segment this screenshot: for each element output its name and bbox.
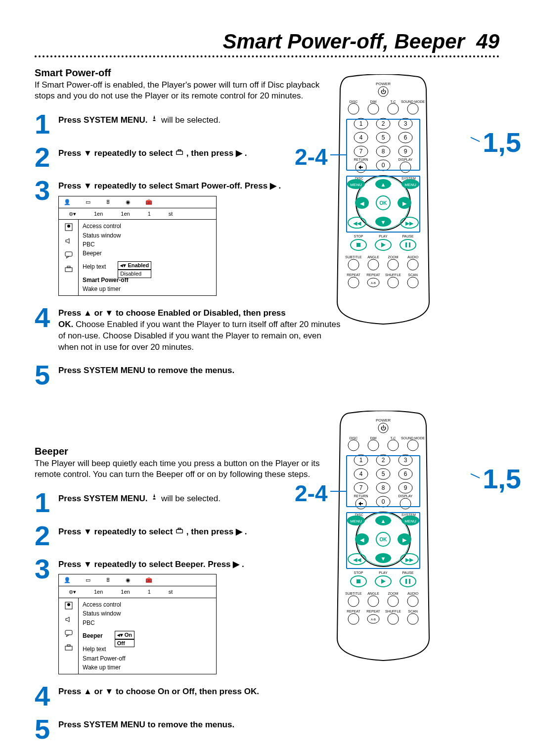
arrow-down-icon: ▼ [105, 308, 113, 318]
arrow-right-icon: ▶ [270, 181, 276, 190]
svg-text:SUBTITLE: SUBTITLE [345, 255, 362, 259]
svg-text:⏻: ⏻ [381, 89, 386, 94]
step-4: 4 Press ▲ or ▼ to choose On or Off, then… [35, 683, 341, 708]
step-text: Press ▼ repeatedly to select Smart Power… [58, 178, 281, 296]
list-item: PBC [82, 618, 213, 627]
svg-text:⏻: ⏻ [381, 425, 386, 431]
step-number: 2 [35, 146, 58, 169]
step-5: 5 Press SYSTEM MENU to remove the menus. [35, 716, 341, 741]
option-enabled: ◂▾ Enabled [118, 261, 151, 270]
svg-text:PLAY: PLAY [379, 235, 388, 238]
tuner-icon: 🎚 [105, 198, 111, 206]
callout-box-2-4 [346, 455, 420, 507]
option-off: Off [115, 639, 134, 648]
toolbox-icon [64, 643, 73, 652]
arrow-up-icon: ▲ [84, 687, 92, 696]
svg-rect-6 [67, 266, 70, 268]
step-5: 5 Press SYSTEM MENU to remove the menus. [35, 362, 341, 386]
callout-label-left: 2-4 [292, 143, 330, 170]
person-card-icon [64, 601, 73, 610]
option-on: ◂▾ On [115, 631, 134, 639]
svg-rect-7 [177, 529, 183, 533]
svg-text:ANGLE: ANGLE [367, 255, 379, 259]
callout-label-left: 2-4 [292, 480, 330, 507]
arrow-up-icon: ▲ [84, 308, 92, 318]
remote-illustration-1: POWER ⏻ DISC DIM T-C SOUND MODE 1 2 3 4 … [321, 74, 504, 327]
svg-text:A-B: A-B [371, 282, 376, 284]
svg-text:AUDIO: AUDIO [407, 592, 419, 595]
step-4: 4 Press ▲ or ▼ to choose Enabled or Disa… [35, 305, 341, 353]
step-text: Press SYSTEM MENU. will be selected. [58, 111, 221, 127]
osd-iconcol [59, 220, 79, 295]
svg-rect-12 [65, 646, 72, 650]
callout-box-2-4 [346, 119, 420, 171]
list-item: Wake up timer [82, 663, 213, 672]
list-item: Status window [82, 609, 213, 618]
svg-text:REPEAT: REPEAT [347, 610, 360, 613]
arrow-down-icon: ▼ [84, 527, 92, 536]
list-item: Beeper [82, 249, 213, 258]
svg-text:T-C: T-C [390, 436, 396, 440]
svg-rect-13 [67, 645, 70, 646]
intro-beeper: The Player will beep quietly each time y… [35, 458, 341, 480]
arrow-down-icon: ▼ [105, 687, 113, 696]
tv-icon: ▭ [86, 198, 90, 206]
step-text: Press ▼ repeatedly to select , then pres… [58, 144, 247, 160]
title-text: Smart Power-off, Beeper [223, 30, 465, 53]
remote-illustration-2: POWER ⏻ DISC DIM T-C SOUND MODE 1 2 3 4 … [321, 411, 504, 663]
svg-text:REPEAT: REPEAT [347, 273, 360, 277]
svg-text:T-C: T-C [390, 100, 396, 103]
option-disabled: Disabled [118, 270, 151, 278]
step-3: 3 Press ▼ repeatedly to select Beeper. P… [35, 556, 341, 674]
osd-header: 👤 ▭ 🎚 ◉ 🧰 [59, 196, 216, 208]
list-item-selected: Beeper ◂▾ On Off [82, 627, 213, 645]
svg-text:DISC: DISC [350, 100, 358, 103]
dvd-icon: ⊚▾ [69, 588, 76, 596]
svg-rect-0 [177, 151, 183, 154]
svg-text:SCAN: SCAN [408, 610, 417, 613]
list-item: Status window [82, 231, 213, 240]
svg-point-3 [67, 225, 70, 228]
bubble-icon [64, 250, 73, 259]
list-item: Access control [82, 600, 213, 609]
svg-text:DISC: DISC [350, 436, 358, 440]
step-number: 5 [35, 364, 58, 386]
arrow-down-icon: ▼ [84, 560, 92, 569]
callout-box-dpad [346, 512, 420, 569]
arrow-down-icon: ▼ [84, 181, 92, 190]
svg-rect-4 [65, 252, 72, 256]
arrow-right-icon: ▶ [233, 560, 239, 569]
svg-text:SCAN: SCAN [408, 273, 417, 277]
svg-rect-1 [178, 149, 180, 151]
toolbox-icon: 🧰 [145, 198, 152, 206]
svg-text:PAUSE: PAUSE [402, 235, 414, 238]
intro-smart-poweroff: If Smart Power-off is enabled, the Playe… [35, 80, 341, 101]
toolbox-icon [175, 147, 184, 160]
svg-text:ZOOM: ZOOM [388, 592, 399, 595]
svg-text:A-B: A-B [371, 618, 376, 621]
page-number: 49 [476, 30, 499, 53]
svg-text:ZOOM: ZOOM [388, 255, 399, 259]
svg-text:STOP: STOP [354, 571, 363, 574]
title-divider [35, 55, 499, 57]
list-item: Access control [82, 222, 213, 231]
svg-text:ANGLE: ANGLE [367, 592, 379, 595]
tuner-icon: 🎚 [105, 576, 111, 584]
page-title: Smart Power-off, Beeper 49 [35, 30, 499, 53]
bubble-icon [64, 629, 73, 638]
svg-text:SHUFFLE: SHUFFLE [385, 610, 401, 613]
list-item: Smart Power-off [82, 654, 213, 663]
step-2: 2 Press ▼ repeatedly to select , then pr… [35, 523, 341, 547]
speaker-icon: ◉ [126, 198, 131, 206]
arrow-right-icon: ▶ [236, 148, 242, 158]
person-pref-icon [150, 493, 159, 505]
person-card-icon [64, 223, 73, 232]
svg-rect-77 [405, 242, 407, 247]
tv-icon: ▭ [86, 576, 90, 584]
dvd-icon: ⊚▾ [69, 210, 76, 218]
svg-text:PLAY: PLAY [379, 571, 388, 574]
list-item: Wake up timer [82, 284, 213, 293]
svg-text:SOUND MODE: SOUND MODE [401, 100, 425, 103]
svg-rect-5 [65, 268, 72, 272]
osd-list: Access control Status window PBC Beeper … [79, 220, 216, 295]
